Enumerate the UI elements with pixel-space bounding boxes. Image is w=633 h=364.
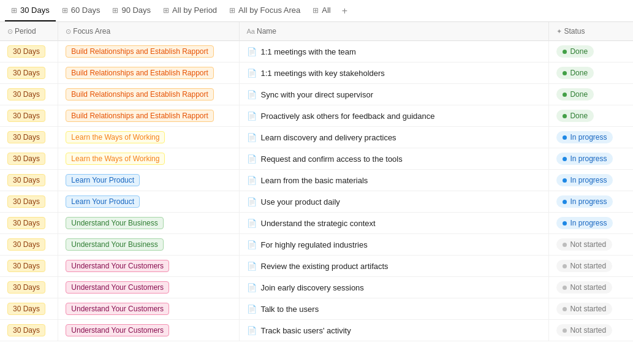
period-badge: 30 Days — [7, 303, 45, 315]
period-badge: 30 Days — [7, 260, 45, 272]
period-cell: 30 Days — [0, 298, 58, 320]
col-header-name[interactable]: AaName — [239, 22, 549, 41]
main-table: ⊙Period⊙Focus AreaAaName✦Status 30 DaysB… — [0, 22, 633, 341]
doc-icon: 📄 — [247, 305, 257, 314]
status-cell: Done — [549, 41, 633, 63]
status-badge[interactable]: Not started — [556, 260, 612, 272]
focus-area-badge[interactable]: Build Relationships and Establish Rappor… — [66, 110, 213, 122]
status-label: In progress — [570, 154, 607, 163]
task-name[interactable]: Learn from the basic materials — [261, 176, 368, 185]
task-name[interactable]: 1:1 meetings with the team — [261, 47, 356, 56]
period-cell: 30 Days — [0, 105, 58, 127]
doc-icon: 📄 — [247, 90, 257, 99]
focus-area-badge[interactable]: Understand Your Customers — [66, 303, 169, 315]
status-badge[interactable]: Done — [556, 67, 594, 79]
task-name[interactable]: For highly regulated industries — [261, 240, 368, 249]
tab-60-days[interactable]: ⊞60 Days — [56, 0, 107, 21]
period-badge: 30 Days — [7, 238, 45, 251]
period-badge: 30 Days — [7, 324, 45, 336]
period-cell: 30 Days — [0, 213, 58, 234]
focus-area-badge[interactable]: Learn Your Product — [66, 195, 140, 208]
table-header-row: ⊙Period⊙Focus AreaAaName✦Status — [0, 22, 633, 41]
status-badge[interactable]: Not started — [556, 324, 612, 336]
doc-icon: 📄 — [247, 47, 257, 56]
table-row: 30 DaysUnderstand Your Customers📄Join ea… — [0, 277, 633, 298]
status-badge[interactable]: Done — [556, 45, 594, 58]
status-dot — [563, 71, 567, 75]
status-label: Not started — [570, 240, 606, 249]
table-row: 30 DaysBuild Relationships and Establish… — [0, 105, 633, 127]
status-badge[interactable]: In progress — [556, 153, 613, 165]
focus-area-badge[interactable]: Build Relationships and Establish Rappor… — [66, 67, 213, 79]
col-header-label: Focus Area — [73, 27, 110, 36]
status-cell: In progress — [549, 170, 633, 191]
status-cell: Not started — [549, 277, 633, 298]
task-name[interactable]: Talk to the users — [261, 305, 319, 314]
period-cell: 30 Days — [0, 256, 58, 277]
focus-area-badge[interactable]: Learn Your Product — [66, 174, 140, 186]
name-cell: 📄Understand the strategic context — [239, 213, 549, 234]
status-label: Done — [570, 47, 588, 56]
focus-area-badge[interactable]: Learn the Ways of Working — [66, 153, 165, 165]
task-name[interactable]: Learn discovery and delivery practices — [261, 133, 396, 142]
focus-area-cell: Build Relationships and Establish Rappor… — [58, 63, 239, 84]
name-cell: 📄Talk to the users — [239, 298, 549, 320]
status-badge[interactable]: In progress — [556, 195, 613, 208]
task-name[interactable]: Review the existing product artifacts — [261, 262, 389, 271]
focus-area-badge[interactable]: Learn the Ways of Working — [66, 131, 165, 143]
focus-area-badge[interactable]: Understand Your Customers — [66, 281, 169, 294]
focus-area-badge[interactable]: Build Relationships and Establish Rappor… — [66, 45, 213, 58]
task-name[interactable]: Join early discovery sessions — [261, 283, 364, 292]
tab-90-days[interactable]: ⊞90 Days — [106, 0, 157, 21]
col-header-status[interactable]: ✦Status — [549, 22, 633, 41]
period-badge: 30 Days — [7, 110, 45, 122]
tab-all-by-focus-area[interactable]: ⊞All by Focus Area — [223, 0, 306, 21]
status-cell: In progress — [549, 213, 633, 234]
status-cell: Not started — [549, 298, 633, 320]
col-header-focus-area[interactable]: ⊙Focus Area — [58, 22, 239, 41]
doc-icon: 📄 — [247, 219, 257, 228]
task-name[interactable]: Proactively ask others for feedback and … — [261, 112, 435, 121]
status-badge[interactable]: In progress — [556, 217, 613, 229]
name-cell: 📄Proactively ask others for feedback and… — [239, 105, 549, 127]
name-cell: 📄Join early discovery sessions — [239, 277, 549, 298]
task-name[interactable]: Understand the strategic context — [261, 219, 376, 228]
doc-icon: 📄 — [247, 240, 257, 249]
name-cell: 📄Learn discovery and delivery practices — [239, 127, 549, 148]
tab-label: All — [322, 6, 330, 15]
focus-area-badge[interactable]: Understand Your Customers — [66, 260, 169, 272]
task-name[interactable]: Use your product daily — [261, 197, 340, 207]
status-badge[interactable]: In progress — [556, 174, 613, 186]
task-name[interactable]: 1:1 meetings with key stakeholders — [261, 69, 385, 78]
focus-area-badge[interactable]: Build Relationships and Establish Rappor… — [66, 88, 213, 100]
status-badge[interactable]: Done — [556, 110, 594, 122]
focus-area-cell: Build Relationships and Establish Rappor… — [58, 105, 239, 127]
status-badge[interactable]: Done — [556, 88, 594, 100]
status-dot — [563, 50, 567, 54]
col-header-period[interactable]: ⊙Period — [0, 22, 58, 41]
status-badge[interactable]: Not started — [556, 238, 612, 251]
doc-icon: 📄 — [247, 112, 257, 121]
tab-all-by-period[interactable]: ⊞All by Period — [157, 0, 223, 21]
focus-area-cell: Build Relationships and Establish Rappor… — [58, 84, 239, 105]
focus-area-badge[interactable]: Understand Your Business — [66, 238, 163, 251]
status-badge[interactable]: Not started — [556, 303, 612, 315]
add-tab-button[interactable]: + — [337, 6, 352, 17]
period-badge: 30 Days — [7, 195, 45, 208]
focus-area-badge[interactable]: Understand Your Customers — [66, 324, 169, 336]
focus-area-badge[interactable]: Understand Your Business — [66, 217, 163, 229]
task-name[interactable]: Request and confirm access to the tools — [261, 154, 403, 164]
status-cell: In progress — [549, 148, 633, 170]
task-name[interactable]: Sync with your direct supervisor — [261, 90, 374, 99]
period-cell: 30 Days — [0, 148, 58, 170]
focus-area-cell: Understand Your Business — [58, 213, 239, 234]
doc-icon: 📄 — [247, 133, 257, 142]
period-badge: 30 Days — [7, 153, 45, 165]
table-icon: ⊞ — [112, 6, 118, 15]
status-badge[interactable]: In progress — [556, 131, 613, 143]
task-name[interactable]: Track basic users' activity — [261, 326, 351, 335]
table-icon: ⊞ — [163, 6, 169, 15]
tab-all[interactable]: ⊞All — [306, 0, 336, 21]
status-badge[interactable]: Not started — [556, 281, 612, 294]
tab-30-days[interactable]: ⊞30 Days — [5, 0, 56, 21]
